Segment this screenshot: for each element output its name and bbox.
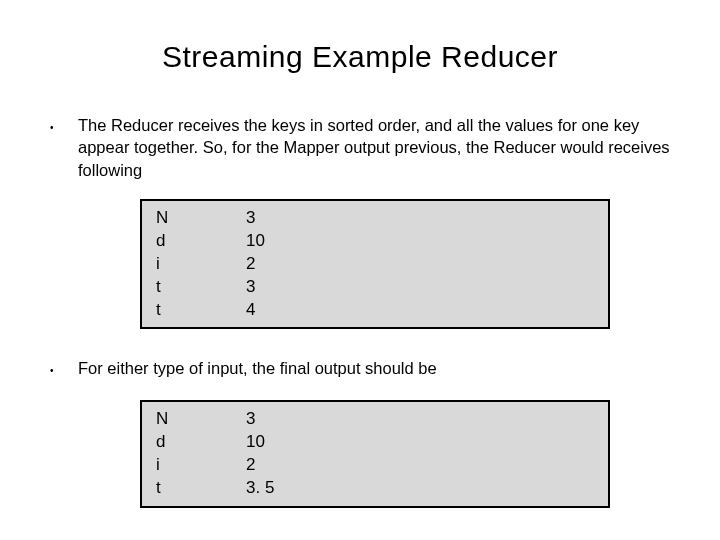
code-val: 3 <box>246 276 255 299</box>
code-row: N3 <box>156 408 594 431</box>
code-val: 4 <box>246 299 255 322</box>
code-key: N <box>156 408 246 431</box>
bullet-dot-icon <box>50 357 78 381</box>
code-key: i <box>156 454 246 477</box>
code-box-1: N3 d10 i2 t3 t4 <box>140 199 610 330</box>
code-row: d10 <box>156 431 594 454</box>
code-key: t <box>156 477 246 500</box>
code-key: d <box>156 230 246 253</box>
code-key: N <box>156 207 246 230</box>
code-row: t3. 5 <box>156 477 594 500</box>
bullet-item-2: For either type of input, the final outp… <box>50 357 670 381</box>
code-val: 3 <box>246 207 255 230</box>
code-val: 10 <box>246 230 265 253</box>
code-row: i2 <box>156 253 594 276</box>
code-val: 10 <box>246 431 265 454</box>
code-key: t <box>156 276 246 299</box>
code-row: N3 <box>156 207 594 230</box>
code-val: 2 <box>246 253 255 276</box>
code-val: 3. 5 <box>246 477 274 500</box>
code-row: t4 <box>156 299 594 322</box>
code-box-2: N3 d10 i2 t3. 5 <box>140 400 610 508</box>
code-row: i2 <box>156 454 594 477</box>
bullet-dot-icon <box>50 114 78 181</box>
code-key: i <box>156 253 246 276</box>
code-row: t3 <box>156 276 594 299</box>
code-key: t <box>156 299 246 322</box>
code-key: d <box>156 431 246 454</box>
code-row: d10 <box>156 230 594 253</box>
code-val: 2 <box>246 454 255 477</box>
bullet-text-2: For either type of input, the final outp… <box>78 357 670 381</box>
bullet-item-1: The Reducer receives the keys in sorted … <box>50 114 670 181</box>
slide-title: Streaming Example Reducer <box>50 40 670 74</box>
code-val: 3 <box>246 408 255 431</box>
bullet-text-1: The Reducer receives the keys in sorted … <box>78 114 670 181</box>
